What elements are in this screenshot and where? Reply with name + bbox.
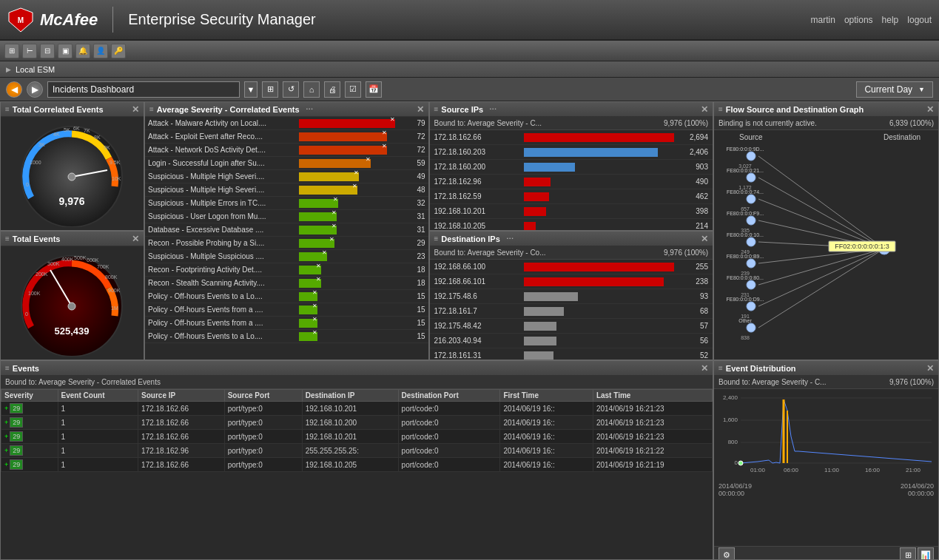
avg-sev-row[interactable]: Attack - Network DoS Activity Det.... ✕ … bbox=[145, 144, 428, 157]
table-row[interactable]: +29 1 172.18.162.96 port/type:0 255.255.… bbox=[1, 444, 713, 458]
avg-sev-value: 23 bbox=[403, 252, 425, 260]
avg-sev-close[interactable]: ✕ bbox=[417, 104, 424, 115]
avg-sev-row[interactable]: Policy - Off-hours Events from a .... ✕ … bbox=[145, 317, 428, 330]
avg-sev-more[interactable]: ⋯ bbox=[306, 105, 313, 113]
avg-sev-row[interactable]: Suspicious - Multiple Errors in TC.... ✕… bbox=[145, 197, 428, 210]
user-btn[interactable]: 👤 bbox=[93, 44, 108, 58]
evdist-settings-btn[interactable]: ⚙ bbox=[718, 547, 735, 561]
avg-sev-bar: ✕ bbox=[299, 239, 334, 248]
events-col-header[interactable]: Source IP bbox=[138, 390, 225, 402]
tree-btn[interactable]: ⊢ bbox=[22, 44, 37, 58]
back-btn[interactable]: ◀ bbox=[6, 81, 22, 98]
dest-ip-row[interactable]: 172.18.161.31 52 bbox=[430, 348, 713, 360]
events-scroll[interactable]: SeverityEvent CountSource IPSource PortD… bbox=[1, 389, 713, 559]
events-col-header[interactable]: Destination IP bbox=[302, 390, 398, 402]
avg-sev-row[interactable]: Recon - Footprinting Activity Det.... ✕ … bbox=[145, 263, 428, 277]
table-row[interactable]: +29 1 172.18.162.66 port/type:0 192.168.… bbox=[1, 458, 713, 472]
avg-sev-row[interactable]: Policy - Off-hours Events to a Lo.... ✕ … bbox=[145, 290, 428, 303]
svg-text:16:00: 16:00 bbox=[865, 467, 881, 473]
dest-ips-close[interactable]: ✕ bbox=[701, 234, 708, 244]
event-dst-ip: 192.168.10.205 bbox=[302, 458, 398, 472]
events-col-header[interactable]: First Time bbox=[500, 390, 593, 402]
src-ips-more[interactable]: ⋯ bbox=[489, 105, 497, 113]
dest-ip-row[interactable]: 192.175.48.42 57 bbox=[430, 319, 713, 334]
events-col-header[interactable]: Event Count bbox=[58, 390, 138, 402]
layout-btn[interactable]: ⊞ bbox=[262, 81, 278, 98]
flow-source-node[interactable] bbox=[747, 302, 755, 311]
avg-sev-row[interactable]: Suspicious - Multiple High Severi.... ✕ … bbox=[145, 170, 428, 183]
grid-view-btn[interactable]: ⊞ bbox=[4, 44, 19, 58]
forward-btn[interactable]: ▶ bbox=[27, 81, 43, 98]
table-row[interactable]: +29 1 172.18.162.66 port/type:0 192.168.… bbox=[1, 416, 713, 430]
dest-ip-row[interactable]: 192.175.48.6 93 bbox=[430, 289, 713, 304]
dest-ips-more[interactable]: ⋯ bbox=[506, 235, 514, 243]
total-correlated-close[interactable]: ✕ bbox=[132, 104, 139, 115]
nav-help[interactable]: help bbox=[882, 15, 899, 25]
home-btn[interactable]: ⌂ bbox=[303, 81, 320, 98]
avg-sev-row[interactable]: Recon - Possible Probing by a Si.... ✕ 2… bbox=[145, 237, 428, 250]
print-btn[interactable]: 🖨 bbox=[324, 81, 340, 98]
avg-severity-panel: ≡ Average Severity - Correlated Events ⋯… bbox=[144, 101, 429, 360]
avg-sev-row[interactable]: Suspicious - Multiple High Severi.... ✕ … bbox=[145, 183, 428, 197]
avg-sev-row[interactable]: Policy - Off-hours Events to a Lo.... ✕ … bbox=[145, 330, 428, 343]
source-ip-row[interactable]: 172.18.160.200 903 bbox=[430, 160, 713, 175]
avg-sev-row[interactable]: Login - Successful Login after Su.... ✕ … bbox=[145, 157, 428, 170]
evdist-chart-btn[interactable]: 📊 bbox=[918, 547, 934, 561]
dest-ips-title: Destination IPs bbox=[441, 235, 499, 243]
flow-source-node[interactable] bbox=[747, 237, 755, 246]
key-btn[interactable]: 🔑 bbox=[111, 44, 126, 58]
dest-ip-row[interactable]: 192.168.66.100 255 bbox=[430, 260, 713, 274]
source-ip-row[interactable]: 192.168.10.205 214 bbox=[430, 219, 713, 231]
avg-sev-row[interactable]: Suspicious - Multiple Suspicious .... ✕ … bbox=[145, 250, 428, 263]
flow-source-node[interactable] bbox=[747, 323, 755, 332]
calendar-btn[interactable]: 📅 bbox=[366, 81, 382, 98]
table-row[interactable]: +29 1 172.18.162.66 port/type:0 192.168.… bbox=[1, 430, 713, 444]
bell-btn[interactable]: 🔔 bbox=[75, 44, 90, 58]
avg-sev-value: 32 bbox=[403, 199, 425, 207]
source-ip-row[interactable]: 172.18.162.59 462 bbox=[430, 189, 713, 204]
svg-text:300K: 300K bbox=[47, 261, 60, 266]
flow-source-node[interactable] bbox=[747, 259, 755, 268]
events-close[interactable]: ✕ bbox=[701, 363, 708, 374]
source-ip-row[interactable]: 192.168.10.201 398 bbox=[430, 204, 713, 219]
dest-ip-row[interactable]: 172.18.161.7 68 bbox=[430, 304, 713, 319]
nav-options[interactable]: options bbox=[844, 15, 873, 25]
flow-source-node[interactable] bbox=[747, 173, 755, 182]
dest-ip-row[interactable]: 216.203.40.94 56 bbox=[430, 334, 713, 348]
source-ip-row[interactable]: 172.18.160.203 2,406 bbox=[430, 145, 713, 160]
nav-logout[interactable]: logout bbox=[907, 15, 932, 25]
events-col-header[interactable]: Destination Port bbox=[398, 390, 500, 402]
total-events-close[interactable]: ✕ bbox=[132, 234, 139, 244]
src-ips-close[interactable]: ✕ bbox=[701, 104, 708, 115]
table-row[interactable]: +29 1 172.18.162.66 port/type:0 192.168.… bbox=[1, 402, 713, 416]
connect-btn[interactable]: ⊟ bbox=[40, 44, 55, 58]
evdist-table-btn[interactable]: ⊞ bbox=[900, 547, 916, 561]
avg-sev-row[interactable]: Policy - Off-hours Events from a .... ✕ … bbox=[145, 303, 428, 317]
flow-source-node[interactable] bbox=[747, 280, 755, 289]
dashboard-title-arrow[interactable]: ▼ bbox=[244, 81, 258, 98]
events-col-header[interactable]: Severity bbox=[1, 390, 58, 402]
avg-sev-row[interactable]: Suspicious - User Logon from Mu.... ✕ 31 bbox=[145, 210, 428, 223]
avg-sev-row[interactable]: Database - Excessive Database .... ✕ 31 bbox=[145, 223, 428, 237]
flow-source-node[interactable] bbox=[747, 195, 755, 203]
source-ip-row[interactable]: 172.18.162.66 2,694 bbox=[430, 130, 713, 145]
events-col-header[interactable]: Source Port bbox=[224, 390, 302, 402]
dest-ip-row[interactable]: 192.168.66.101 238 bbox=[430, 274, 713, 289]
events-col-header[interactable]: Last Time bbox=[593, 390, 712, 402]
current-day-selector[interactable]: Current Day ▼ bbox=[856, 81, 933, 98]
svg-text:525,439: 525,439 bbox=[55, 325, 90, 337]
svg-text:0: 0 bbox=[26, 182, 29, 187]
avg-sev-row[interactable]: Recon - Stealth Scanning Activity.... ✕ … bbox=[145, 277, 428, 290]
svg-text:800K: 800K bbox=[105, 274, 118, 280]
monitor-btn[interactable]: ▣ bbox=[58, 44, 73, 58]
source-ip-row[interactable]: 172.18.162.96 490 bbox=[430, 175, 713, 189]
avg-sev-value: 15 bbox=[403, 292, 425, 300]
refresh-btn[interactable]: ↺ bbox=[283, 81, 299, 98]
flow-source-node[interactable] bbox=[747, 152, 755, 161]
flow-source-node[interactable] bbox=[747, 216, 755, 225]
check-btn[interactable]: ☑ bbox=[345, 81, 361, 98]
esm-bar: ▶ Local ESM bbox=[0, 61, 939, 78]
flow-graph-close[interactable]: ✕ bbox=[926, 104, 934, 115]
event-dist-close[interactable]: ✕ bbox=[926, 363, 934, 374]
avg-sev-bar: ✕ bbox=[299, 212, 337, 221]
